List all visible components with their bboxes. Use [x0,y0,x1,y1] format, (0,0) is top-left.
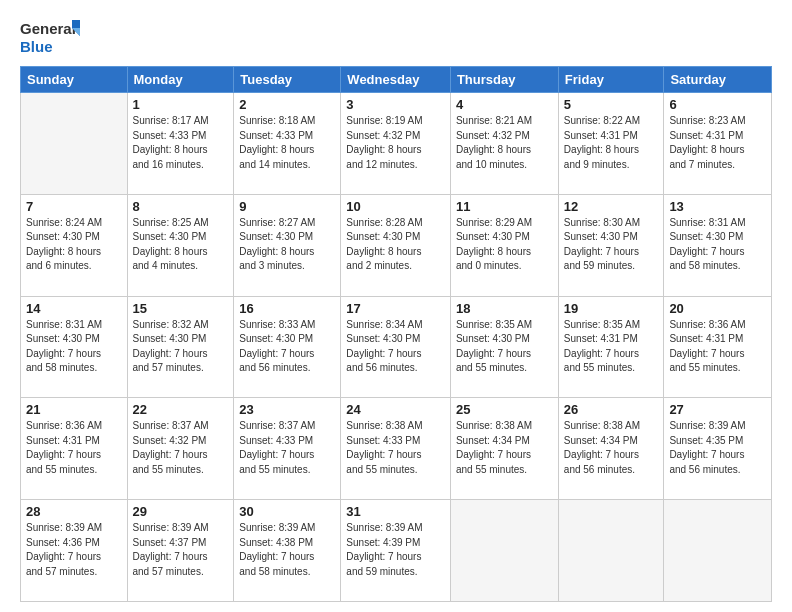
day-number: 16 [239,301,335,316]
calendar-cell: 18Sunrise: 8:35 AM Sunset: 4:30 PM Dayli… [450,296,558,398]
calendar-week-2: 7Sunrise: 8:24 AM Sunset: 4:30 PM Daylig… [21,194,772,296]
day-info: Sunrise: 8:39 AM Sunset: 4:35 PM Dayligh… [669,419,766,477]
day-number: 28 [26,504,122,519]
calendar-cell: 23Sunrise: 8:37 AM Sunset: 4:33 PM Dayli… [234,398,341,500]
day-info: Sunrise: 8:24 AM Sunset: 4:30 PM Dayligh… [26,216,122,274]
day-number: 18 [456,301,553,316]
day-number: 26 [564,402,659,417]
calendar-cell: 17Sunrise: 8:34 AM Sunset: 4:30 PM Dayli… [341,296,451,398]
calendar-cell: 16Sunrise: 8:33 AM Sunset: 4:30 PM Dayli… [234,296,341,398]
day-number: 8 [133,199,229,214]
calendar-cell: 19Sunrise: 8:35 AM Sunset: 4:31 PM Dayli… [558,296,664,398]
calendar-header-sunday: Sunday [21,67,128,93]
logo-icon: General Blue [20,16,80,58]
calendar-cell: 31Sunrise: 8:39 AM Sunset: 4:39 PM Dayli… [341,500,451,602]
day-info: Sunrise: 8:28 AM Sunset: 4:30 PM Dayligh… [346,216,445,274]
header: General Blue [20,16,772,58]
calendar-cell: 9Sunrise: 8:27 AM Sunset: 4:30 PM Daylig… [234,194,341,296]
day-info: Sunrise: 8:32 AM Sunset: 4:30 PM Dayligh… [133,318,229,376]
day-info: Sunrise: 8:39 AM Sunset: 4:36 PM Dayligh… [26,521,122,579]
day-number: 20 [669,301,766,316]
calendar-week-3: 14Sunrise: 8:31 AM Sunset: 4:30 PM Dayli… [21,296,772,398]
day-info: Sunrise: 8:38 AM Sunset: 4:34 PM Dayligh… [456,419,553,477]
day-number: 19 [564,301,659,316]
calendar: SundayMondayTuesdayWednesdayThursdayFrid… [20,66,772,602]
calendar-header-saturday: Saturday [664,67,772,93]
day-number: 14 [26,301,122,316]
day-info: Sunrise: 8:35 AM Sunset: 4:30 PM Dayligh… [456,318,553,376]
calendar-cell: 26Sunrise: 8:38 AM Sunset: 4:34 PM Dayli… [558,398,664,500]
calendar-cell: 10Sunrise: 8:28 AM Sunset: 4:30 PM Dayli… [341,194,451,296]
day-info: Sunrise: 8:33 AM Sunset: 4:30 PM Dayligh… [239,318,335,376]
day-info: Sunrise: 8:22 AM Sunset: 4:31 PM Dayligh… [564,114,659,172]
day-number: 12 [564,199,659,214]
calendar-header-tuesday: Tuesday [234,67,341,93]
calendar-cell: 21Sunrise: 8:36 AM Sunset: 4:31 PM Dayli… [21,398,128,500]
day-info: Sunrise: 8:39 AM Sunset: 4:39 PM Dayligh… [346,521,445,579]
calendar-header-monday: Monday [127,67,234,93]
day-number: 21 [26,402,122,417]
day-number: 31 [346,504,445,519]
calendar-cell: 28Sunrise: 8:39 AM Sunset: 4:36 PM Dayli… [21,500,128,602]
calendar-cell: 25Sunrise: 8:38 AM Sunset: 4:34 PM Dayli… [450,398,558,500]
day-info: Sunrise: 8:27 AM Sunset: 4:30 PM Dayligh… [239,216,335,274]
calendar-cell: 22Sunrise: 8:37 AM Sunset: 4:32 PM Dayli… [127,398,234,500]
day-info: Sunrise: 8:38 AM Sunset: 4:34 PM Dayligh… [564,419,659,477]
day-info: Sunrise: 8:18 AM Sunset: 4:33 PM Dayligh… [239,114,335,172]
day-info: Sunrise: 8:30 AM Sunset: 4:30 PM Dayligh… [564,216,659,274]
day-number: 10 [346,199,445,214]
calendar-header-thursday: Thursday [450,67,558,93]
calendar-week-5: 28Sunrise: 8:39 AM Sunset: 4:36 PM Dayli… [21,500,772,602]
day-info: Sunrise: 8:35 AM Sunset: 4:31 PM Dayligh… [564,318,659,376]
day-info: Sunrise: 8:19 AM Sunset: 4:32 PM Dayligh… [346,114,445,172]
day-number: 15 [133,301,229,316]
day-info: Sunrise: 8:29 AM Sunset: 4:30 PM Dayligh… [456,216,553,274]
day-number: 4 [456,97,553,112]
day-info: Sunrise: 8:36 AM Sunset: 4:31 PM Dayligh… [26,419,122,477]
calendar-cell: 20Sunrise: 8:36 AM Sunset: 4:31 PM Dayli… [664,296,772,398]
day-number: 27 [669,402,766,417]
day-number: 6 [669,97,766,112]
svg-text:General: General [20,20,76,37]
day-number: 7 [26,199,122,214]
calendar-cell: 3Sunrise: 8:19 AM Sunset: 4:32 PM Daylig… [341,93,451,195]
day-info: Sunrise: 8:37 AM Sunset: 4:33 PM Dayligh… [239,419,335,477]
calendar-header-friday: Friday [558,67,664,93]
day-number: 13 [669,199,766,214]
day-number: 29 [133,504,229,519]
calendar-cell: 24Sunrise: 8:38 AM Sunset: 4:33 PM Dayli… [341,398,451,500]
calendar-cell: 15Sunrise: 8:32 AM Sunset: 4:30 PM Dayli… [127,296,234,398]
calendar-header-wednesday: Wednesday [341,67,451,93]
calendar-header-row: SundayMondayTuesdayWednesdayThursdayFrid… [21,67,772,93]
calendar-cell: 27Sunrise: 8:39 AM Sunset: 4:35 PM Dayli… [664,398,772,500]
calendar-cell: 29Sunrise: 8:39 AM Sunset: 4:37 PM Dayli… [127,500,234,602]
day-number: 5 [564,97,659,112]
day-number: 3 [346,97,445,112]
calendar-cell: 30Sunrise: 8:39 AM Sunset: 4:38 PM Dayli… [234,500,341,602]
day-number: 9 [239,199,335,214]
svg-text:Blue: Blue [20,38,53,55]
day-info: Sunrise: 8:31 AM Sunset: 4:30 PM Dayligh… [669,216,766,274]
day-number: 17 [346,301,445,316]
calendar-body: 1Sunrise: 8:17 AM Sunset: 4:33 PM Daylig… [21,93,772,602]
day-number: 30 [239,504,335,519]
calendar-cell: 4Sunrise: 8:21 AM Sunset: 4:32 PM Daylig… [450,93,558,195]
calendar-cell: 12Sunrise: 8:30 AM Sunset: 4:30 PM Dayli… [558,194,664,296]
day-info: Sunrise: 8:37 AM Sunset: 4:32 PM Dayligh… [133,419,229,477]
calendar-cell [558,500,664,602]
calendar-cell [450,500,558,602]
calendar-cell: 13Sunrise: 8:31 AM Sunset: 4:30 PM Dayli… [664,194,772,296]
logo: General Blue [20,16,80,58]
calendar-week-4: 21Sunrise: 8:36 AM Sunset: 4:31 PM Dayli… [21,398,772,500]
day-info: Sunrise: 8:23 AM Sunset: 4:31 PM Dayligh… [669,114,766,172]
day-info: Sunrise: 8:21 AM Sunset: 4:32 PM Dayligh… [456,114,553,172]
calendar-cell: 7Sunrise: 8:24 AM Sunset: 4:30 PM Daylig… [21,194,128,296]
day-info: Sunrise: 8:25 AM Sunset: 4:30 PM Dayligh… [133,216,229,274]
day-number: 23 [239,402,335,417]
calendar-cell [664,500,772,602]
calendar-cell: 8Sunrise: 8:25 AM Sunset: 4:30 PM Daylig… [127,194,234,296]
day-info: Sunrise: 8:39 AM Sunset: 4:37 PM Dayligh… [133,521,229,579]
calendar-cell: 14Sunrise: 8:31 AM Sunset: 4:30 PM Dayli… [21,296,128,398]
day-info: Sunrise: 8:38 AM Sunset: 4:33 PM Dayligh… [346,419,445,477]
day-info: Sunrise: 8:39 AM Sunset: 4:38 PM Dayligh… [239,521,335,579]
